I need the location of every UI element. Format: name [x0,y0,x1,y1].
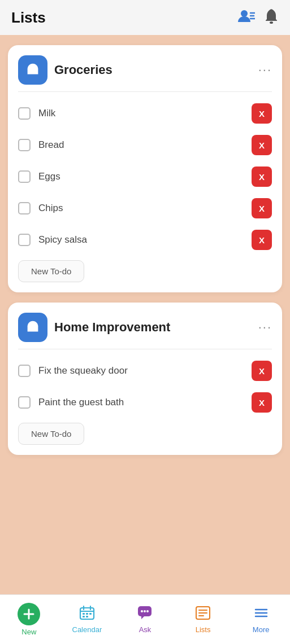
svg-point-0 [241,10,248,17]
main-content: Groceries ··· Milk X Bread X Eggs X [0,35,290,594]
nav-item-ask[interactable]: Ask [116,595,174,644]
svg-point-20 [144,610,146,612]
todo-text-guest-bath: Paint the guest bath [38,397,124,408]
nav-label-calendar: Calendar [72,625,102,634]
list-name-home-improvement: Home Improvement [54,320,170,335]
header: Lists [0,0,290,35]
new-todo-groceries[interactable]: New To-do [18,260,84,282]
more-options-home-improvement[interactable]: ··· [258,320,272,335]
todo-item-bread: Bread X [18,129,272,161]
lists-icon [195,605,211,623]
svg-point-4 [270,21,273,24]
new-todo-home-improvement[interactable]: New To-do [18,423,84,445]
todo-item-chips: Chips X [18,192,272,224]
checkbox-squeaky-door[interactable] [18,365,31,377]
delete-bread[interactable]: X [252,135,272,155]
checkbox-chips[interactable] [18,202,31,214]
checkbox-bread[interactable] [18,139,31,151]
ask-icon [137,605,153,623]
svg-point-19 [141,610,143,612]
todo-text-spicy-salsa: Spicy salsa [38,234,87,246]
svg-point-21 [146,610,149,612]
nav-label-lists: Lists [196,625,211,634]
delete-milk[interactable]: X [252,103,272,124]
todo-text-milk: Milk [38,108,55,119]
new-icon [18,603,40,625]
bottom-nav: New Calendar [0,594,290,644]
contacts-icon[interactable] [238,8,255,27]
nav-item-lists[interactable]: Lists [174,595,232,644]
list-name-groceries: Groceries [54,63,112,77]
header-icons [238,8,279,27]
svg-rect-6 [29,330,36,331]
todo-text-eggs: Eggs [38,171,60,182]
divider-home [18,349,272,349]
svg-rect-17 [86,616,88,617]
list-card-header-home-improvement: Home Improvement ··· [18,313,272,342]
todo-item-milk: Milk X [18,98,272,129]
todo-item-guest-bath: Paint the guest bath X [18,387,272,418]
checkbox-spicy-salsa[interactable] [18,234,31,246]
list-card-header-groceries: Groceries ··· [18,55,272,85]
delete-guest-bath[interactable]: X [252,392,272,413]
svg-rect-5 [29,72,36,73]
notifications-icon[interactable] [264,8,279,27]
nav-item-new[interactable]: New [0,595,58,644]
todo-text-chips: Chips [38,203,63,214]
nav-item-more[interactable]: More [232,595,290,644]
checkbox-guest-bath[interactable] [18,396,31,409]
checkbox-milk[interactable] [18,107,31,120]
svg-rect-16 [83,616,85,617]
svg-rect-14 [86,613,88,615]
delete-spicy-salsa[interactable]: X [252,230,272,250]
nav-item-calendar[interactable]: Calendar [58,595,116,644]
list-icon-home-improvement [18,313,47,342]
more-icon [253,605,269,623]
nav-label-more: More [253,625,270,634]
list-icon-groceries [18,55,47,85]
todo-item-eggs: Eggs X [18,161,272,192]
page-title: Lists [11,9,46,27]
svg-rect-15 [89,613,92,615]
todo-item-squeaky-door: Fix the squeaky door X [18,355,272,387]
nav-label-ask: Ask [139,625,152,634]
delete-squeaky-door[interactable]: X [252,361,272,381]
delete-chips[interactable]: X [252,198,272,218]
todo-text-squeaky-door: Fix the squeaky door [38,365,128,376]
svg-rect-13 [83,613,85,615]
todo-text-bread: Bread [38,139,64,151]
nav-label-new: New [21,628,36,636]
more-options-groceries[interactable]: ··· [258,63,272,77]
list-card-home-improvement: Home Improvement ··· Fix the squeaky doo… [8,303,282,455]
todo-item-spicy-salsa: Spicy salsa X [18,224,272,256]
calendar-icon [79,605,95,623]
checkbox-eggs[interactable] [18,170,31,183]
list-card-groceries: Groceries ··· Milk X Bread X Eggs X [8,45,282,292]
delete-eggs[interactable]: X [252,167,272,187]
divider [18,91,272,92]
